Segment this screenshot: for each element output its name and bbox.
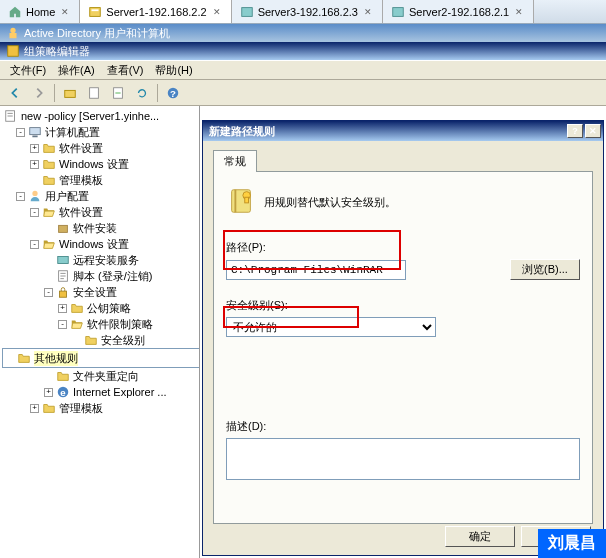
tree-node[interactable]: -用户配置 (2, 188, 197, 204)
browse-button[interactable]: 浏览(B)... (510, 259, 580, 280)
tree-node[interactable]: 安全级别 (2, 332, 197, 348)
security-level-select[interactable]: 不允许的 (226, 317, 436, 337)
tree-expander[interactable]: + (30, 404, 39, 413)
svg-rect-2 (241, 7, 252, 16)
tree-label: 其他规则 (34, 351, 78, 366)
tab-general[interactable]: 常规 (213, 150, 257, 172)
gpo-window-title: 组策略编辑器 (0, 42, 606, 60)
ad-window-title: Active Directory 用户和计算机 (0, 24, 606, 42)
tree-expander[interactable]: - (58, 320, 67, 329)
close-icon[interactable]: ✕ (362, 6, 374, 18)
close-button[interactable]: ✕ (585, 124, 601, 138)
tree-expander[interactable]: - (16, 192, 25, 201)
tree-label: 软件设置 (59, 205, 103, 220)
back-button[interactable] (4, 82, 26, 104)
svg-rect-8 (90, 87, 99, 98)
svg-rect-7 (65, 90, 76, 97)
help-button[interactable]: ? (567, 124, 583, 138)
up-button[interactable] (59, 82, 81, 104)
help-button[interactable]: ? (162, 82, 184, 104)
tree-expander[interactable]: + (30, 144, 39, 153)
refresh-button[interactable] (131, 82, 153, 104)
tree-expander[interactable]: - (30, 240, 39, 249)
ok-button[interactable]: 确定 (445, 526, 515, 547)
tree-spacer (30, 176, 39, 185)
tree-node[interactable]: 软件安装 (2, 220, 197, 236)
tree-spacer (44, 256, 53, 265)
tree-node[interactable]: -Windows 设置 (2, 236, 197, 252)
package-icon (56, 221, 70, 235)
tab-server1[interactable]: Server1-192.168.2.2 ✕ (80, 0, 231, 23)
menu-view[interactable]: 查看(V) (101, 61, 150, 80)
folder-icon (42, 401, 56, 415)
new-path-rule-dialog: 新建路径规则 ? ✕ 常规 用规则替代默认安全级别。 路径(P): 浏览(B).… (202, 120, 604, 556)
tree-node[interactable]: 远程安装服务 (2, 252, 197, 268)
ad-title-text: Active Directory 用户和计算机 (24, 26, 170, 41)
forward-button[interactable] (28, 82, 50, 104)
desc-label: 描述(D): (226, 419, 580, 434)
computer-icon (28, 125, 42, 139)
tab-home[interactable]: Home ✕ (0, 0, 80, 23)
tree-expander[interactable]: + (30, 160, 39, 169)
description-input[interactable] (226, 438, 580, 480)
tree-node[interactable]: -计算机配置 (2, 124, 197, 140)
tree-node[interactable]: 脚本 (登录/注销) (2, 268, 197, 284)
menu-action[interactable]: 操作(A) (52, 61, 101, 80)
menu-help[interactable]: 帮助(H) (149, 61, 198, 80)
folder-icon (42, 157, 56, 171)
window-controls: ? ✕ (567, 124, 601, 138)
folder-icon (56, 369, 70, 383)
tree-label: Windows 设置 (59, 157, 129, 172)
tree-label: 远程安装服务 (73, 253, 139, 268)
tree-expander[interactable]: - (16, 128, 25, 137)
tree-expander[interactable]: + (44, 388, 53, 397)
tree-node[interactable]: +管理模板 (2, 400, 197, 416)
tree-node[interactable]: +软件设置 (2, 140, 197, 156)
tree-label: 公钥策略 (87, 301, 131, 316)
svg-text:?: ? (170, 87, 176, 98)
tree-node[interactable]: -安全设置 (2, 284, 197, 300)
close-icon[interactable]: ✕ (59, 6, 71, 18)
export-button[interactable] (107, 82, 129, 104)
dialog-titlebar[interactable]: 新建路径规则 ? ✕ (203, 121, 603, 141)
tree-spacer (5, 354, 14, 363)
svg-rect-13 (30, 128, 41, 135)
lock-icon (56, 285, 70, 299)
toolbar: ? (0, 80, 606, 106)
tree-node[interactable]: 管理模板 (2, 172, 197, 188)
tree-root[interactable]: new -policy [Server1.yinhe... (2, 108, 197, 124)
menubar: 文件(F) 操作(A) 查看(V) 帮助(H) (0, 60, 606, 80)
separator (54, 84, 55, 102)
svg-rect-25 (245, 197, 249, 203)
ad-icon (6, 26, 20, 40)
info-text: 用规则替代默认安全级别。 (264, 195, 396, 210)
tab-server3[interactable]: Server3-192.168.2.3 ✕ (232, 0, 383, 23)
tree-expander[interactable]: + (58, 304, 67, 313)
close-icon[interactable]: ✕ (211, 6, 223, 18)
tree-node[interactable]: +公钥策略 (2, 300, 197, 316)
close-icon[interactable]: ✕ (513, 6, 525, 18)
rule-icon (226, 186, 256, 218)
folder-icon (17, 351, 31, 365)
svg-rect-14 (32, 136, 37, 138)
folder-icon (42, 173, 56, 187)
tree-expander[interactable]: - (44, 288, 53, 297)
tree-spacer (44, 224, 53, 233)
tree-node[interactable]: +eInternet Explorer ... (2, 384, 197, 400)
svg-rect-6 (8, 46, 19, 57)
tree-node[interactable]: -软件设置 (2, 204, 197, 220)
tree-node[interactable]: 其他规则 (2, 348, 200, 368)
path-input[interactable] (226, 260, 406, 280)
tab-label: Server2-192.168.2.1 (409, 6, 509, 18)
svg-rect-1 (92, 9, 99, 11)
tree-label: Windows 设置 (59, 237, 129, 252)
tree-node[interactable]: 文件夹重定向 (2, 368, 197, 384)
svg-point-15 (32, 191, 37, 196)
tab-server2[interactable]: Server2-192.168.2.1 ✕ (383, 0, 534, 23)
tree-node[interactable]: +Windows 设置 (2, 156, 197, 172)
tree-node[interactable]: -软件限制策略 (2, 316, 197, 332)
tree-expander[interactable]: - (30, 208, 39, 217)
menu-file[interactable]: 文件(F) (4, 61, 52, 80)
properties-button[interactable] (83, 82, 105, 104)
tree-view[interactable]: new -policy [Server1.yinhe... -计算机配置+软件设… (0, 106, 200, 558)
